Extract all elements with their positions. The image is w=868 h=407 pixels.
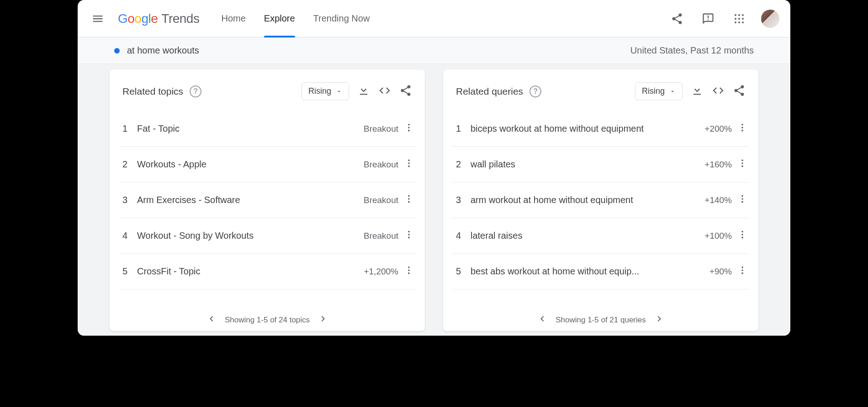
related-topics-card: Related topics ? Rising bbox=[110, 70, 425, 331]
more-icon[interactable] bbox=[404, 265, 414, 278]
list-item-index: 5 bbox=[122, 266, 137, 277]
more-icon[interactable] bbox=[737, 265, 747, 278]
pager-next[interactable] bbox=[654, 313, 665, 327]
list-item[interactable]: 5 CrossFit - Topic +1,200% bbox=[119, 254, 416, 289]
search-term-chip[interactable]: at home workouts bbox=[114, 45, 199, 56]
list-item-index: 1 bbox=[456, 123, 471, 134]
svg-point-21 bbox=[408, 267, 410, 268]
list-item[interactable]: 2 wall pilates +160% bbox=[452, 147, 749, 182]
more-icon[interactable] bbox=[404, 230, 414, 242]
subheader: at home workouts United States, Past 12 … bbox=[78, 37, 790, 64]
more-icon[interactable] bbox=[737, 194, 747, 206]
more-icon[interactable] bbox=[404, 158, 414, 171]
svg-point-1 bbox=[738, 14, 740, 16]
svg-point-0 bbox=[735, 14, 736, 16]
pager-text: Showing 1-5 of 21 queries bbox=[556, 316, 646, 325]
list-item-index: 2 bbox=[456, 159, 471, 170]
svg-point-20 bbox=[408, 237, 410, 239]
more-icon[interactable] bbox=[737, 123, 747, 135]
nav-explore[interactable]: Explore bbox=[264, 0, 295, 37]
list-item-label: Arm Exercises - Software bbox=[137, 195, 364, 205]
help-icon[interactable]: ? bbox=[529, 86, 541, 97]
list-item-label: lateral raises bbox=[471, 230, 704, 241]
more-icon[interactable] bbox=[404, 123, 414, 135]
list-item[interactable]: 2 Workouts - Apple Breakout bbox=[119, 147, 416, 182]
svg-point-24 bbox=[741, 124, 743, 126]
list-item-metric: Breakout bbox=[364, 124, 398, 134]
pager-next[interactable] bbox=[318, 313, 329, 327]
list-item-index: 3 bbox=[456, 195, 471, 205]
logo-trends: Trends bbox=[161, 11, 199, 26]
share-icon[interactable] bbox=[668, 10, 686, 28]
svg-point-34 bbox=[741, 234, 743, 236]
list-item-label: Workouts - Apple bbox=[137, 159, 364, 170]
context-label: United States, Past 12 months bbox=[630, 45, 754, 56]
list-item[interactable]: 5 best abs workout at home without equip… bbox=[452, 254, 749, 289]
main-menu-button[interactable] bbox=[87, 8, 109, 30]
pager-prev[interactable] bbox=[206, 313, 217, 327]
list-item[interactable]: 3 arm workout at home without equipment … bbox=[452, 182, 749, 218]
google-trends-logo[interactable]: Google Trends bbox=[118, 11, 199, 26]
card-title: Related topics ? bbox=[122, 86, 201, 97]
svg-point-7 bbox=[738, 21, 740, 23]
list-item[interactable]: 4 Workout - Song by Workouts Breakout bbox=[119, 218, 416, 254]
list-item[interactable]: 1 Fat - Topic Breakout bbox=[119, 111, 416, 147]
list-item-metric: +140% bbox=[704, 195, 732, 205]
list-item-metric: +90% bbox=[709, 267, 732, 277]
svg-point-4 bbox=[738, 18, 740, 20]
sort-dropdown[interactable]: Rising bbox=[635, 82, 683, 100]
svg-point-17 bbox=[408, 201, 410, 203]
embed-icon[interactable] bbox=[712, 84, 725, 99]
download-icon[interactable] bbox=[691, 84, 704, 99]
list-item-metric: +200% bbox=[704, 124, 732, 134]
svg-point-25 bbox=[741, 127, 743, 129]
svg-point-14 bbox=[408, 166, 410, 167]
svg-point-8 bbox=[742, 21, 744, 23]
list-item-metric: +1,200% bbox=[364, 267, 398, 277]
more-icon[interactable] bbox=[737, 158, 747, 171]
sort-dropdown[interactable]: Rising bbox=[302, 82, 349, 100]
svg-point-29 bbox=[741, 166, 743, 167]
more-icon[interactable] bbox=[404, 194, 414, 206]
pager-prev[interactable] bbox=[536, 313, 547, 327]
list-item-metric: +100% bbox=[704, 231, 732, 241]
nav-home[interactable]: Home bbox=[221, 0, 245, 37]
svg-point-3 bbox=[735, 18, 736, 20]
svg-point-30 bbox=[741, 195, 743, 197]
svg-point-36 bbox=[741, 267, 743, 268]
more-icon[interactable] bbox=[737, 230, 747, 242]
share-icon[interactable] bbox=[733, 84, 746, 99]
content-area: Related topics ? Rising bbox=[78, 64, 790, 336]
list-item-index: 4 bbox=[456, 230, 471, 241]
list-item-index: 4 bbox=[122, 230, 137, 241]
svg-point-31 bbox=[741, 198, 743, 200]
list-item[interactable]: 4 lateral raises +100% bbox=[452, 218, 749, 254]
svg-point-15 bbox=[408, 195, 410, 197]
list-item[interactable]: 3 Arm Exercises - Software Breakout bbox=[119, 182, 416, 218]
list-item-label: Workout - Song by Workouts bbox=[137, 230, 364, 241]
download-icon[interactable] bbox=[357, 84, 370, 99]
svg-point-10 bbox=[408, 127, 410, 129]
account-avatar[interactable] bbox=[761, 10, 779, 28]
list-item-metric: +160% bbox=[704, 160, 732, 170]
list-item-metric: Breakout bbox=[364, 160, 398, 170]
svg-point-35 bbox=[741, 237, 743, 239]
search-term-text: at home workouts bbox=[127, 45, 199, 56]
apps-grid-icon[interactable] bbox=[730, 10, 748, 28]
list-item-metric: Breakout bbox=[364, 231, 398, 241]
list-item-index: 3 bbox=[122, 195, 137, 205]
share-icon[interactable] bbox=[399, 84, 412, 99]
svg-point-27 bbox=[741, 160, 743, 161]
svg-point-28 bbox=[741, 162, 743, 164]
svg-point-37 bbox=[741, 269, 743, 271]
embed-icon[interactable] bbox=[378, 84, 391, 99]
card-title-text: Related topics bbox=[122, 86, 183, 97]
list-item[interactable]: 1 biceps workout at home without equipme… bbox=[452, 111, 749, 147]
nav-trending-now[interactable]: Trending Now bbox=[313, 0, 370, 37]
list-item-label: best abs workout at home without equip..… bbox=[471, 266, 709, 277]
list-item-label: Fat - Topic bbox=[137, 123, 364, 134]
list-item-metric: Breakout bbox=[364, 195, 398, 205]
chip-color-dot bbox=[114, 48, 120, 54]
feedback-icon[interactable] bbox=[699, 10, 717, 28]
help-icon[interactable]: ? bbox=[190, 86, 201, 97]
